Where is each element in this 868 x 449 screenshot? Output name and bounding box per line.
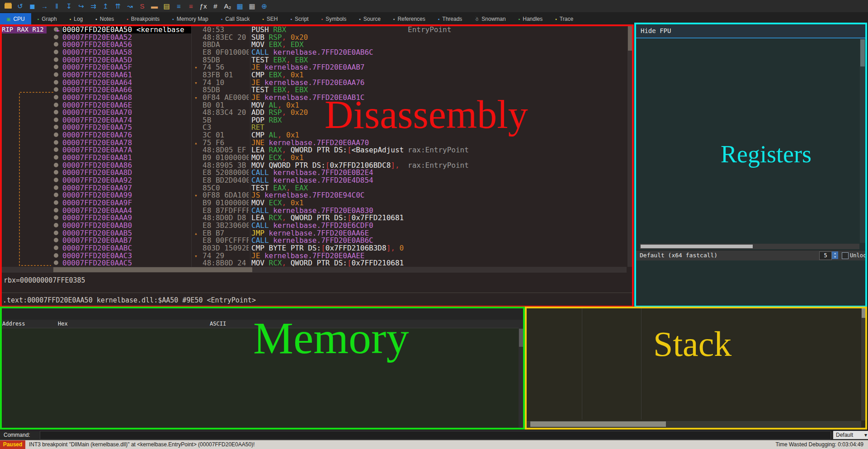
disasm-row[interactable]: 00007FFD20E0AA5D85DBTEST EBX, EBX xyxy=(0,56,634,64)
step-out-icon[interactable]: ↥ xyxy=(99,1,112,11)
tab-trace[interactable]: ▪Trace xyxy=(549,13,580,25)
execute-till-return-icon[interactable]: ⇈ xyxy=(112,1,124,11)
tab-handles[interactable]: ▪Handles xyxy=(512,13,549,25)
disasm-row[interactable]: 00007FFD20E0AA78▴75 F6JNE kernelbase.7FF… xyxy=(0,139,634,147)
disasm-row[interactable]: 00007FFD20E0AA745BPOP RBX xyxy=(0,116,634,124)
address-column-header[interactable]: Address xyxy=(2,320,25,328)
disasm-row[interactable]: 00007FFD20E0AA9785C0TEST EAX, EAX xyxy=(0,184,634,192)
registers-hscrollbar[interactable] xyxy=(640,244,859,249)
memory-dump-pane[interactable]: Address Hex ASCII xyxy=(0,307,525,430)
restart-icon[interactable]: ↺ xyxy=(14,1,26,11)
hex-column-header[interactable]: Hex xyxy=(58,320,68,328)
disasm-row[interactable]: 00007FFD20E0AAA4E8 87FDFFFFCALL kernelba… xyxy=(0,207,634,214)
calculator-icon[interactable]: ▦ xyxy=(246,1,258,11)
tab-threads[interactable]: ▪Threads xyxy=(432,13,469,25)
tab-breakpoints[interactable]: ▪Breakpoints xyxy=(120,13,166,25)
patch-icon[interactable]: ▬ xyxy=(148,1,160,11)
disasm-row[interactable]: 00007FFD20E0AAB5▴EB B7JMP kernelbase.7FF… xyxy=(0,229,634,237)
stack-hscrollbar[interactable] xyxy=(527,421,861,427)
run-icon[interactable]: → xyxy=(38,1,51,11)
disasm-row[interactable]: 00007FFD20E0AAB7E8 00FCFFFFCALL kernelba… xyxy=(0,236,634,244)
tab-graph[interactable]: ▪Graph xyxy=(31,13,63,25)
disasm-row[interactable]: 00007FFD20E0AA99▾0F88 6DA10000JS kernelb… xyxy=(0,191,634,199)
disasm-row[interactable]: 00007FFD20E0AA8648:8905 3BMOV QWORD PTR … xyxy=(0,161,634,169)
disassembly-hscrollbar[interactable] xyxy=(0,267,627,273)
disassembly-pane[interactable]: RIP RAX R12 ►00007FFD20E0AA50 <kernelbas… xyxy=(0,25,634,307)
tab-symbols[interactable]: ▪Symbols xyxy=(315,13,353,25)
tab-threads-icon: ▪ xyxy=(438,17,440,22)
command-input[interactable] xyxy=(40,431,831,440)
stack-vscrollbar[interactable] xyxy=(861,307,866,421)
instruction-bytes: 48:8D0D D8 xyxy=(203,214,249,222)
disasm-row[interactable]: 00007FFD20E0AA75C3RET xyxy=(0,123,634,131)
disasm-row[interactable]: 00007FFD20E0AA7048:83C4 20ADD RSP, 0x20 xyxy=(0,109,634,116)
open-file-icon[interactable] xyxy=(2,1,14,11)
ascii-column-header[interactable]: ASCII xyxy=(210,320,226,328)
tab-references[interactable]: ▪References xyxy=(387,13,432,25)
disasm-row[interactable]: ►00007FFD20E0AA50 <kernelbase40:53PUSH R… xyxy=(0,26,634,33)
tab-cpu[interactable]: ▣CPU xyxy=(0,13,31,25)
spinner-arrows-icon[interactable]: ▲▼ xyxy=(832,251,838,259)
profile-dropdown[interactable]: Default xyxy=(833,431,868,439)
tab-snowman[interactable]: ☃Snowman xyxy=(468,13,512,25)
functions-icon[interactable]: ƒx xyxy=(197,1,209,11)
disasm-row[interactable]: 00007FFD20E0AAB0E8 3B230600CALL kernelba… xyxy=(0,222,634,229)
hide-fpu-button[interactable]: Hide FPU xyxy=(636,25,867,38)
calling-convention-label[interactable]: Default (x64 fastcall) xyxy=(636,252,717,259)
disasm-row[interactable]: 00007FFD20E0AABC803D 15092BCMP BYTE PTR … xyxy=(0,244,634,252)
strings-icon[interactable]: A₂ xyxy=(222,1,234,11)
disasm-row[interactable]: 00007FFD20E0AA92E8 BD2D0400CALL kernelba… xyxy=(0,176,634,184)
disasm-row[interactable]: 00007FFD20E0AA5248:83EC 20SUB RSP, 0x20 xyxy=(0,33,634,41)
disasm-row[interactable]: 00007FFD20E0AAC548:8B0D 24MOV RCX, QWORD… xyxy=(0,259,634,267)
disasm-row[interactable]: 00007FFD20E0AA763C 01CMP AL, 0x1 xyxy=(0,131,634,139)
disasm-row[interactable]: 00007FFD20E0AA6183FB 01CMP EBX, 0x1 xyxy=(0,71,634,79)
step-into-icon[interactable]: ↧ xyxy=(63,1,75,11)
disasm-row[interactable]: 00007FFD20E0AA68▾0F84 AE000000JE kernelb… xyxy=(0,94,634,101)
tab-log[interactable]: ▪Log xyxy=(63,13,90,25)
disasm-row[interactable]: 00007FFD20E0AA64▾74 10JE kernelbase.7FFD… xyxy=(0,79,634,86)
internet-icon[interactable]: ⊕ xyxy=(258,1,270,11)
instruction-bytes: 48:8B0D 24 xyxy=(203,259,249,267)
disasm-row[interactable]: 00007FFD20E0AA6685DBTEST EBX, EBX xyxy=(0,86,634,94)
hash-icon[interactable]: # xyxy=(209,1,222,11)
disasm-row[interactable]: 00007FFD20E0AA568BDAMOV EBX, EDX xyxy=(0,41,634,48)
registers-pane[interactable]: Hide FPU Default (x64 fastcall) 5 ▲▼ Unl… xyxy=(636,25,867,307)
pause-icon[interactable]: ‖ xyxy=(51,1,63,11)
disasm-row[interactable]: 00007FFD20E0AAA948:8D0D D8LEA RCX, QWORD… xyxy=(0,214,634,222)
tab-seh[interactable]: ▪SEH xyxy=(256,13,284,25)
unlocked-checkbox[interactable] xyxy=(842,252,849,259)
instruction-bytes: E8 52080000 xyxy=(203,169,249,176)
script-icon[interactable]: ▦ xyxy=(234,1,246,11)
comment-icon[interactable]: ▤ xyxy=(160,1,173,11)
arg-count-spinner[interactable]: 5 xyxy=(819,251,832,260)
close-icon[interactable]: ◼ xyxy=(26,1,38,11)
breakpoints-icon[interactable]: ≡ xyxy=(173,1,185,11)
disasm-row[interactable]: 00007FFD20E0AA5F▾74 56JE kernelbase.7FFD… xyxy=(0,63,634,71)
tab-memory-map[interactable]: ▪Memory Map xyxy=(166,13,215,25)
tab-source[interactable]: ▪Source xyxy=(353,13,387,25)
disasm-row[interactable]: 00007FFD20E0AAC3▾74 29JE kernelbase.7FFD… xyxy=(0,252,634,260)
disasm-row[interactable]: 00007FFD20E0AA81B9 01000000MOV ECX, 0x1 xyxy=(0,154,634,161)
trace-record-icon[interactable]: ≡ xyxy=(185,1,197,11)
animate-into-icon[interactable]: ↝ xyxy=(124,1,136,11)
breakpoint-dot[interactable] xyxy=(54,35,58,39)
registers-vscrollbar[interactable] xyxy=(860,38,865,243)
instruction-text: JE kernelbase.7FFD20E0AA76 xyxy=(251,79,408,86)
breakpoint-dot[interactable] xyxy=(54,42,58,47)
tab-script[interactable]: ▪Script xyxy=(284,13,315,25)
disasm-row[interactable]: 00007FFD20E0AA8DE8 52080000CALL kernelba… xyxy=(0,169,634,176)
disassembly-vscrollbar[interactable] xyxy=(627,25,634,267)
step-over-icon[interactable]: ↪ xyxy=(75,1,87,11)
disasm-row[interactable]: 00007FFD20E0AA58E8 0F010000CALL kernelba… xyxy=(0,48,634,56)
tab-label: Script xyxy=(295,16,309,22)
disasm-row[interactable]: 00007FFD20E0AA9FB9 01000000MOV ECX, 0x1 xyxy=(0,199,634,207)
tab-cpu-icon: ▣ xyxy=(6,17,10,22)
skip-icon[interactable]: S xyxy=(136,1,148,11)
dump-vscrollbar[interactable] xyxy=(519,328,524,430)
tab-call-stack[interactable]: ▪Call Stack xyxy=(215,13,256,25)
tab-notes[interactable]: ▪Notes xyxy=(89,13,120,25)
disasm-row[interactable]: 00007FFD20E0AA7A48:8D05 EFLEA RAX, QWORD… xyxy=(0,146,634,154)
run-to-user-code-icon[interactable]: ⇉ xyxy=(87,1,99,11)
stack-pane[interactable] xyxy=(526,307,867,430)
disasm-row[interactable]: 00007FFD20E0AA6EB0 01MOV AL, 0x1 xyxy=(0,101,634,109)
